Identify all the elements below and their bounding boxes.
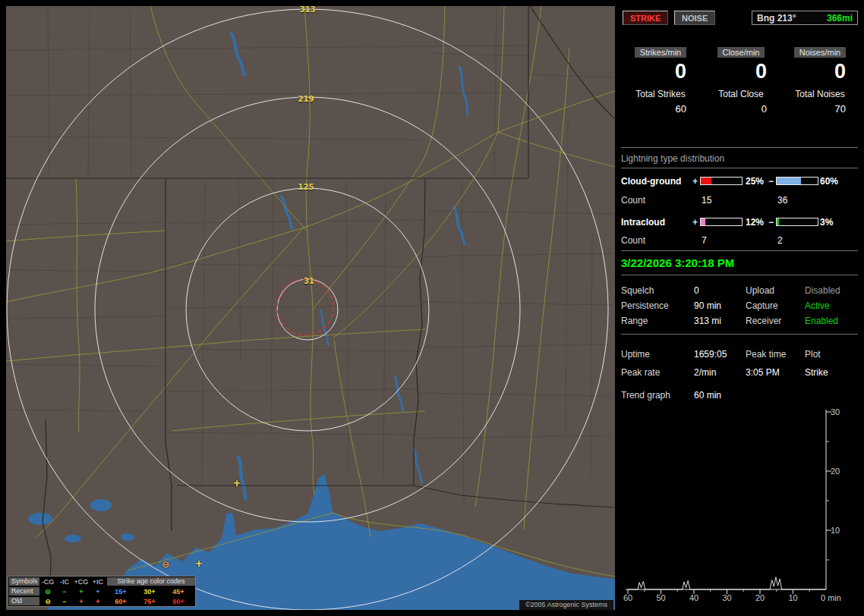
divider	[621, 275, 858, 275]
legend-old-row: Old ⊖ − + + 60+ 75+ 90+	[8, 596, 195, 606]
age-code-15: 15+	[106, 588, 135, 596]
ic-negative-bar	[776, 218, 818, 226]
ic-negative-bar-fill	[777, 218, 779, 225]
plus-sign: +	[692, 217, 698, 228]
noises-counter: Noises/min 0 Total Noises 70	[780, 47, 859, 115]
ic-positive-pct: 12%	[746, 217, 764, 228]
bearing-label: Bng 213°	[757, 13, 796, 24]
strike-symbol: ⊖	[162, 559, 169, 570]
close-per-min-value: 0	[702, 60, 780, 83]
legend-recent-label: Recent	[9, 587, 39, 596]
intracloud-count-row: Count 7 2	[621, 235, 859, 247]
range-ring-label: 313	[300, 6, 316, 14]
age-code-75: 75+	[135, 598, 164, 605]
cg-positive-pct: 25%	[746, 176, 764, 187]
age-code-45: 45+	[164, 588, 193, 596]
peak-time-label: Peak time	[746, 349, 786, 360]
ic-negative-count: 2	[777, 235, 783, 246]
neg-ic-old-icon: −	[56, 598, 73, 605]
legend-symbols-header: Symbols	[9, 577, 39, 586]
cg-negative-pct: 60%	[820, 176, 838, 187]
legend-col-neg-cg: -CG	[39, 578, 56, 586]
strike-button[interactable]: STRIKE	[623, 11, 668, 25]
cg-positive-bar	[700, 177, 743, 185]
divider	[621, 334, 858, 335]
age-code-90: 90+	[164, 598, 193, 605]
trend-window-value: 60 min	[694, 390, 721, 401]
capture-value: Active	[805, 300, 830, 311]
intracloud-row: Intracloud + 12% − 3%	[621, 217, 859, 228]
trend-graph: 30 20 10 60 50 40 30 20 10 0 min	[621, 407, 859, 608]
pos-cg-recent-icon: +	[73, 588, 90, 596]
current-timestamp: 3/22/2026 3:20:18 PM	[621, 256, 734, 269]
close-per-min-header: Close/min	[717, 47, 765, 58]
capture-label: Capture	[746, 300, 778, 311]
legend-old-label: Old	[9, 597, 39, 605]
strikes-per-min-header: Strikes/min	[635, 47, 686, 58]
x-tick-40: 40	[689, 593, 698, 602]
cloud-ground-label: Cloud-ground	[621, 176, 681, 187]
neg-cg-old-icon: ⊖	[39, 598, 56, 605]
bearing-readout: Bng 213° 366mi	[752, 11, 858, 25]
y-tick-20: 20	[831, 467, 840, 476]
pos-ic-old-icon: +	[90, 598, 106, 605]
range-value: 313 mi	[694, 316, 721, 326]
count-label: Count	[621, 235, 645, 246]
cg-negative-bar-fill	[777, 178, 801, 184]
strike-symbol: +	[195, 558, 203, 569]
range-ring-label: 31	[304, 277, 314, 285]
noise-button[interactable]: NOISE	[674, 11, 715, 25]
plot-label: Plot	[805, 349, 821, 360]
plot-value: Strike	[805, 367, 828, 378]
legend-header-row: Symbols -CG -IC +CG +IC Strike age color…	[8, 577, 195, 586]
total-noises-label: Total Noises	[780, 89, 859, 99]
y-tick-30: 30	[831, 407, 840, 416]
radar-map[interactable]: 313 219 125 31 + + ⊖ Symbols -CG -IC +CG…	[6, 6, 615, 610]
trend-label-row: Trend graph 60 min	[621, 390, 859, 401]
y-minor-ticks	[826, 442, 829, 560]
uptime-label: Uptime	[621, 349, 650, 360]
cg-negative-count: 36	[777, 195, 787, 206]
cg-positive-count: 15	[702, 195, 711, 206]
ic-positive-bar-fill	[701, 218, 705, 225]
noises-per-min-header: Noises/min	[794, 47, 846, 58]
trend-graph-label: Trend graph	[621, 390, 670, 401]
status-panel: STRIKE NOISE Bng 213° 366mi Strikes/min …	[621, 6, 859, 610]
legend-age-header: Strike age color codes	[107, 577, 195, 586]
distribution-title: Lightning type distribution	[621, 153, 858, 168]
total-close-value: 0	[702, 103, 780, 115]
bearing-distance: 366mi	[827, 13, 853, 24]
age-code-30: 30+	[135, 588, 164, 596]
intracloud-label: Intracloud	[621, 217, 665, 228]
upload-label: Upload	[746, 285, 774, 296]
neg-ic-recent-icon: −	[56, 588, 73, 596]
minus-sign: −	[768, 176, 774, 187]
noises-per-min-value: 0	[780, 60, 859, 83]
ic-positive-count: 7	[702, 235, 707, 246]
cg-negative-bar	[776, 177, 818, 185]
ic-positive-bar	[700, 218, 743, 226]
total-strikes-value: 60	[621, 103, 700, 115]
settings-row: Persistence 90 min Capture Active	[621, 300, 859, 312]
divider	[621, 250, 858, 251]
divider	[621, 147, 858, 148]
x-tick-60: 60	[623, 593, 632, 602]
close-counter: Close/min 0 Total Close 0	[702, 47, 780, 115]
legend-col-pos-cg: +CG	[73, 578, 90, 586]
persistence-label: Persistence	[621, 300, 669, 311]
x-tick-50: 50	[656, 593, 665, 602]
trend-series	[628, 577, 826, 589]
strikes-per-min-value: 0	[621, 60, 700, 83]
age-code-60: 60+	[106, 598, 135, 605]
receiver-label: Receiver	[746, 316, 781, 326]
squelch-label: Squelch	[621, 285, 654, 296]
ic-negative-pct: 3%	[820, 217, 833, 228]
legend-col-neg-ic: -IC	[56, 578, 73, 586]
peak-rate-value: 2/min	[694, 367, 716, 378]
x-tick-30: 30	[722, 593, 731, 602]
strike-symbol: +	[233, 477, 241, 489]
y-tick-10: 10	[831, 526, 840, 535]
map-legend: Symbols -CG -IC +CG +IC Strike age color…	[8, 576, 196, 607]
cloud-ground-count-row: Count 15 36	[621, 195, 859, 206]
range-label: Range	[621, 316, 648, 326]
